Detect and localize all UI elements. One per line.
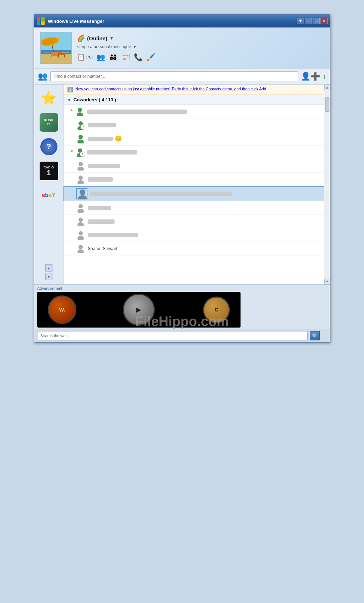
sidebar-up-arrow[interactable]: ▲	[45, 264, 52, 272]
dropdown-btn[interactable]: ▼	[297, 18, 304, 24]
contacts-toolbar: 👥 👤➕ ↕	[34, 69, 330, 85]
scroll-thumb[interactable]	[325, 97, 329, 112]
web-search-input[interactable]	[37, 331, 308, 340]
profile-toolbar: 📋 (70) 👥 👨‍👩‍👧 📰 📞	[77, 53, 324, 61]
svg-rect-12	[51, 52, 59, 56]
contacts-scrollbar: ▲ ▼	[324, 85, 330, 284]
status-row: 🌈 (Online) ▼	[77, 34, 324, 42]
group-coworkers-header[interactable]: ▼ Coworkers ( 4 / 13 )	[64, 95, 324, 105]
ebay-app-item[interactable]: ebaY	[37, 184, 61, 207]
favorites-icon: ⭐	[40, 89, 58, 107]
friends-icon[interactable]: 👨‍👩‍👧	[109, 53, 118, 61]
svg-rect-0	[37, 17, 40, 21]
contacts-list: ℹ️ Now you can add contacts using just a…	[64, 85, 324, 284]
bottom-section: FileHippo.com 🔍 ⠿	[34, 329, 330, 342]
contact-item[interactable]	[64, 201, 324, 215]
svg-point-42	[79, 231, 83, 235]
contact-asterisk-1: *	[71, 108, 73, 115]
svg-point-34	[79, 176, 83, 180]
svg-point-44	[79, 245, 83, 249]
favorites-app-item[interactable]: ⭐	[37, 87, 61, 110]
contact-avatar-3	[76, 134, 86, 144]
contact-item[interactable]	[64, 228, 324, 242]
group-collapse-arrow: ▼	[67, 97, 71, 102]
scroll-track	[325, 90, 330, 279]
info-banner-text[interactable]: Now you can add contacts using just a mo…	[75, 87, 266, 91]
group-name: Coworkers ( 4 / 13 )	[74, 97, 116, 102]
ad-label: Advertisement	[37, 286, 327, 290]
contact-emoji-3: 😊	[115, 135, 122, 142]
svg-point-39	[77, 209, 84, 213]
contact-item[interactable]	[64, 173, 324, 186]
inbox-count: (70)	[86, 55, 93, 59]
status-dropdown-icon[interactable]: ▼	[110, 36, 114, 41]
ad-left-wheel	[48, 295, 76, 324]
svg-point-45	[77, 249, 84, 253]
windows-logo-icon	[36, 17, 45, 25]
info-banner-link[interactable]: Now you can add contacts using just a mo…	[75, 87, 266, 91]
contact-name-blur-6	[88, 177, 113, 182]
contact-item[interactable]	[64, 118, 324, 132]
brush-icon[interactable]: 🖌️	[146, 53, 155, 61]
help-app-item[interactable]: ?	[37, 136, 61, 158]
minimize-btn[interactable]: ─	[305, 18, 312, 24]
maximize-btn[interactable]: □	[313, 18, 320, 24]
contact-item[interactable]	[64, 186, 324, 201]
search-input[interactable]	[50, 71, 298, 81]
contact-avatar-6	[76, 174, 86, 184]
ad-center-wheel	[123, 294, 155, 326]
add-contact-icon[interactable]: 👤➕	[301, 72, 320, 81]
avatar[interactable]	[40, 32, 72, 64]
svg-point-19	[77, 112, 83, 116]
sidebar-nav: ▲ ▼	[44, 263, 54, 282]
contact-avatar-4	[75, 147, 85, 157]
contact-item[interactable]	[64, 159, 324, 173]
sort-contacts-icon[interactable]: ↕	[323, 73, 326, 80]
svg-point-38	[79, 204, 83, 208]
scroll-down-arrow[interactable]: ▼	[324, 279, 330, 284]
help-icon: ?	[40, 137, 58, 156]
contact-name-blur-10	[88, 233, 138, 237]
main-window: Windows Live Messenger ▼ ─ □ ✕	[34, 14, 330, 343]
contact-name-blur-9	[88, 219, 115, 224]
svg-point-35	[77, 180, 84, 184]
contact-custom-avatar-7	[76, 188, 87, 199]
contacts-people-icon: 👥	[38, 72, 47, 81]
window-controls: ▼ ─ □ ✕	[297, 18, 328, 24]
svg-point-36	[80, 189, 85, 195]
contact-name-blur-5	[88, 164, 120, 168]
app-sidebar: ⭐ PUSHIT ? RADIO 1	[34, 85, 64, 284]
contact-item[interactable]	[64, 215, 324, 228]
contact-avatar-9	[76, 217, 86, 227]
radio-app-item[interactable]: RADIO 1	[37, 160, 61, 182]
add-group-icon[interactable]: 👥	[96, 53, 105, 61]
contact-avatar-2	[76, 120, 86, 130]
personal-message-dropdown-icon: ▼	[132, 44, 137, 49]
contact-item[interactable]: *	[64, 105, 324, 118]
sidebar-down-arrow[interactable]: ▼	[45, 273, 52, 280]
svg-point-41	[77, 222, 84, 226]
inbox-icon[interactable]: 📋 (70)	[77, 53, 93, 61]
scroll-up-arrow[interactable]: ▲	[324, 85, 330, 90]
contact-avatar-1	[75, 107, 85, 117]
contact-asterisk-4: *	[71, 149, 73, 156]
main-panel: ⭐ PUSHIT ? RADIO 1	[34, 85, 330, 284]
phone-icon[interactable]: 📞	[134, 53, 143, 61]
ad-player	[37, 292, 241, 328]
contact-item[interactable]: Sharon Stewart	[64, 242, 324, 255]
contact-item[interactable]: 😊	[64, 132, 324, 146]
title-bar: Windows Live Messenger ▼ ─ □ ✕	[34, 15, 330, 27]
news-icon[interactable]: 📰	[121, 53, 130, 61]
svg-point-43	[77, 236, 84, 240]
web-search-button[interactable]: 🔍	[310, 331, 320, 340]
svg-point-37	[78, 195, 87, 199]
ad-banner[interactable]	[37, 292, 241, 328]
push-it-app-item[interactable]: PUSHIT	[37, 112, 61, 134]
contact-item[interactable]: *	[64, 146, 324, 159]
personal-message[interactable]: <Type a personal message> ▼	[77, 44, 324, 49]
svg-point-33	[77, 167, 84, 171]
contact-name-11: Sharon Stewart	[88, 246, 117, 251]
close-btn[interactable]: ✕	[320, 18, 328, 24]
info-banner: ℹ️ Now you can add contacts using just a…	[64, 85, 324, 95]
svg-point-26	[77, 140, 84, 143]
